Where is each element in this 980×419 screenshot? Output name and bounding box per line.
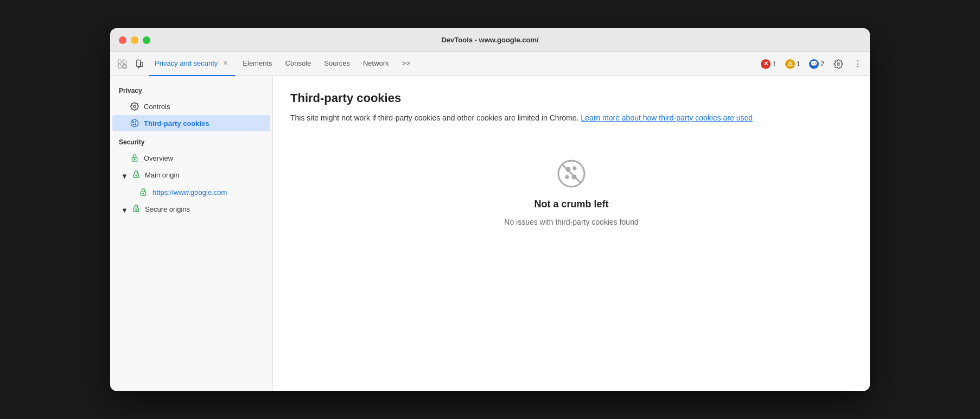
- tab-label: Sources: [324, 59, 350, 67]
- empty-state-subtitle: No issues with third-party cookies found: [504, 218, 638, 226]
- svg-point-11: [135, 122, 136, 122]
- svg-point-26: [572, 175, 576, 179]
- lock-icon: [132, 204, 141, 214]
- lock-icon: [138, 187, 148, 197]
- tab-network[interactable]: Network: [358, 52, 394, 76]
- svg-point-25: [574, 167, 576, 169]
- content-desc-text: This site might not work if third-party …: [290, 113, 578, 122]
- warning-count: 1: [797, 60, 800, 68]
- svg-point-10: [132, 122, 133, 123]
- empty-state: Not a crumb left No issues with third-pa…: [290, 156, 852, 226]
- svg-rect-2: [118, 65, 122, 68]
- tab-more[interactable]: >>: [397, 52, 416, 76]
- tab-elements[interactable]: Elements: [237, 52, 277, 76]
- svg-point-15: [134, 159, 135, 160]
- sidebar-item-label: Overview: [144, 154, 173, 162]
- titlebar: DevTools - www.google.com/: [110, 28, 870, 52]
- maximize-button[interactable]: [143, 36, 150, 44]
- toolbar-right: ✕ 1 ⚠ 1 💬 2 ⋮: [759, 56, 866, 72]
- svg-point-21: [136, 210, 137, 211]
- settings-button[interactable]: [831, 56, 846, 72]
- error-badge-button[interactable]: ✕ 1: [759, 58, 778, 70]
- svg-point-12: [135, 124, 136, 125]
- svg-rect-5: [138, 67, 139, 68]
- toolbar: Privacy and security ✕ Elements Console …: [110, 52, 870, 76]
- cookie-icon: [130, 118, 139, 128]
- svg-point-7: [837, 62, 840, 65]
- svg-point-27: [566, 176, 568, 178]
- sidebar-item-main-origin[interactable]: ▼ Main origin: [112, 167, 270, 183]
- gear-icon: [130, 101, 139, 111]
- sidebar-item-label: Third-party cookies: [144, 119, 209, 128]
- lock-icon: [132, 170, 141, 180]
- inspect-element-button[interactable]: [114, 56, 130, 72]
- sidebar-item-third-party-cookies[interactable]: Third-party cookies: [112, 115, 270, 131]
- traffic-lights: [119, 36, 150, 44]
- window-title: DevTools - www.google.com/: [441, 36, 538, 44]
- error-count: 1: [772, 60, 776, 68]
- tab-label: Elements: [243, 59, 272, 67]
- tab-console[interactable]: Console: [280, 52, 317, 76]
- tab-label: Network: [363, 59, 389, 67]
- warning-badge-button[interactable]: ⚠ 1: [783, 58, 803, 70]
- warning-icon: ⚠: [785, 59, 795, 69]
- chevron-down-icon: ▼: [121, 206, 128, 213]
- sidebar: Privacy Controls: [110, 76, 273, 391]
- sidebar-item-label: Controls: [144, 103, 170, 111]
- content-area: Third-party cookies This site might not …: [273, 76, 870, 391]
- security-section-label: Security: [110, 132, 272, 149]
- tab-close-privacy-security[interactable]: ✕: [221, 59, 230, 68]
- svg-line-23: [562, 164, 581, 183]
- svg-point-19: [143, 193, 144, 194]
- sidebar-item-secure-origins[interactable]: ▼ Secure origins: [112, 201, 270, 218]
- chevron-down-icon: ▼: [121, 172, 128, 179]
- no-cookie-icon: [554, 156, 589, 191]
- info-icon: 💬: [809, 59, 819, 69]
- tab-label: Privacy and security: [155, 59, 218, 67]
- sidebar-item-controls[interactable]: Controls: [112, 98, 270, 115]
- content-title: Third-party cookies: [290, 91, 852, 105]
- svg-point-13: [133, 124, 133, 124]
- tab-sources[interactable]: Sources: [319, 52, 355, 76]
- overflow-label: >>: [402, 59, 410, 67]
- sidebar-item-label: https://www.google.com: [152, 188, 227, 196]
- svg-point-9: [131, 119, 138, 126]
- sidebar-item-label: Secure origins: [145, 205, 190, 213]
- devtools-window: DevTools - www.google.com/ Privacy and s…: [110, 28, 870, 391]
- tab-label: Console: [285, 59, 311, 67]
- empty-state-title: Not a crumb left: [534, 199, 608, 210]
- sidebar-item-google-url[interactable]: https://www.google.com: [112, 184, 270, 200]
- close-button[interactable]: [119, 36, 126, 44]
- learn-more-link[interactable]: Learn more about how third-party cookies…: [581, 113, 753, 122]
- tab-privacy-security[interactable]: Privacy and security ✕: [149, 52, 235, 76]
- svg-rect-6: [141, 62, 143, 67]
- svg-point-17: [136, 175, 137, 176]
- privacy-section-label: Privacy: [110, 80, 272, 98]
- lock-icon: [130, 153, 139, 163]
- error-icon: ✕: [761, 59, 771, 69]
- minimize-button[interactable]: [131, 36, 138, 44]
- info-badge-button[interactable]: 💬 2: [807, 58, 826, 70]
- sidebar-item-overview[interactable]: Overview: [112, 150, 270, 166]
- info-count: 2: [820, 60, 824, 68]
- sidebar-item-label: Main origin: [145, 171, 180, 179]
- svg-point-24: [567, 168, 570, 171]
- svg-rect-1: [123, 60, 126, 63]
- more-menu-button[interactable]: ⋮: [850, 56, 866, 72]
- svg-rect-3: [123, 65, 126, 68]
- svg-point-8: [133, 105, 136, 107]
- device-toolbar-button[interactable]: [132, 56, 147, 72]
- main-area: Privacy Controls: [110, 76, 870, 391]
- content-description: This site might not work if third-party …: [290, 112, 852, 124]
- svg-rect-0: [118, 60, 122, 63]
